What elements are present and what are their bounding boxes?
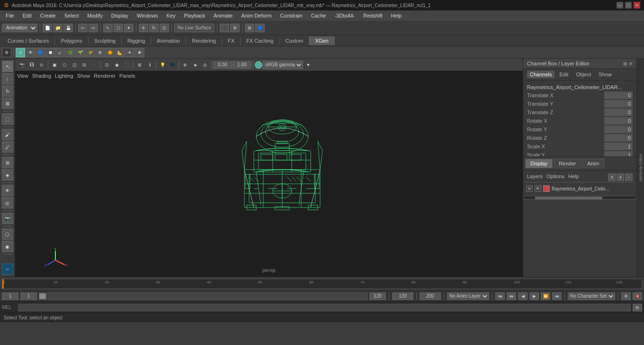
translate-y-value[interactable] [604,100,633,108]
marquee-select[interactable]: ⬚ [2,113,13,125]
edit-tab[interactable]: Edit [556,71,571,78]
render-tab-btn[interactable]: Render [554,159,581,168]
step-forward-button[interactable]: ⏩ [541,292,550,300]
xgen-icon-12[interactable]: ✦ [125,48,134,57]
paint-tool-button[interactable]: ✦ [124,24,134,32]
open-file-button[interactable]: 📁 [53,24,63,32]
render-button[interactable]: 🎥 [220,24,229,32]
vp-select-camera[interactable]: 📷 [17,60,27,70]
scale-button[interactable]: ⊠ [2,98,13,109]
vp-lighting-mode[interactable]: 💡 [158,60,167,70]
play-forward-button[interactable]: ▶ [529,292,539,300]
scale-y-value[interactable] [604,151,633,156]
rotate-x-value[interactable] [604,117,633,125]
xgen-icon-5[interactable]: ↙ [55,48,65,57]
vp-snap-surface[interactable]: ◎ [200,60,210,70]
frame-current-input[interactable] [2,292,18,300]
select-mode-button[interactable]: ↖ [2,61,13,72]
vp-menu-lighting[interactable]: Lighting [55,73,73,79]
xgen-icon-6[interactable]: 🌿 [65,48,75,57]
channels-tab[interactable]: Channels [527,71,555,78]
vp-vertex-mode[interactable]: · [89,60,99,70]
rotate-tool-button[interactable]: ↻ [149,24,159,32]
menu-windows[interactable]: Windows [133,12,162,19]
vp-flat[interactable]: ⬛ [122,60,132,70]
rotate-button[interactable]: ↻ [2,85,13,97]
soft-mod[interactable]: ◉ [2,241,13,252]
char-set-select[interactable]: No Character Set [568,292,615,300]
timeline-ruler[interactable]: 1 10 20 30 40 50 60 70 80 90 100 110 120 [2,279,642,289]
vp-wireframe[interactable]: ⊡ [102,60,112,70]
move-tool-button[interactable]: ✛ [139,24,148,32]
step-back-button[interactable]: ⏭ [507,292,516,300]
layers-help-tab[interactable]: Help [568,173,579,181]
vp-camera-attrs[interactable]: 🎞 [27,60,36,70]
tab-xgen[interactable]: XGen [309,36,334,45]
tab-sculpting[interactable]: Sculpting [89,36,122,45]
scale-x-value[interactable] [604,143,633,150]
command-input[interactable] [18,304,631,311]
timeline-slider-thumb[interactable] [39,293,46,299]
menu-display[interactable]: Display [107,12,132,19]
vp-menu-show[interactable]: Show [77,73,90,79]
menu-animate[interactable]: Animate [210,12,236,19]
panel-close-button[interactable]: ✕ [629,61,633,66]
menu-key[interactable]: Key [162,12,179,19]
vp-menu-panels[interactable]: Panels [119,73,135,79]
xgen-icon-3[interactable]: 🔵 [36,48,45,57]
tab-rigging[interactable]: Rigging [122,36,151,45]
playback-fps-input[interactable] [420,292,441,300]
frame-start-input[interactable] [20,292,37,300]
transport-extra-btn[interactable]: 🔇 [633,292,642,300]
scale-tool-button[interactable]: ⊡ [160,24,169,32]
render-region[interactable]: 📷 [2,213,13,224]
display-tab-btn[interactable]: Display [525,159,553,168]
select-tool-button[interactable]: ↖ [103,24,113,32]
vp-shadow[interactable]: 🌑 [168,60,177,70]
snap-button[interactable]: 🔵 [255,24,265,32]
coord-y-input[interactable]: 1.00 [233,61,251,69]
select-by-component[interactable]: ⬡ [2,228,13,240]
translate-x-value[interactable] [604,91,633,99]
vp-settings-icon[interactable]: ▼ [304,60,313,70]
tab-fx-caching[interactable]: FX Caching [241,36,279,45]
menu-playback[interactable]: Playback [180,12,209,19]
panel-expand-button[interactable]: ⊞ [623,61,627,66]
tab-custom[interactable]: Custom [280,36,310,45]
isolate-button[interactable]: ◎ [2,197,13,209]
menu-redshift[interactable]: Redshift [359,12,386,19]
vp-snap-point[interactable]: ◈ [190,60,200,70]
timeline-scrubber[interactable] [2,279,4,289]
layers-tab-item[interactable]: Layers [527,173,543,181]
vp-menu-shading[interactable]: Shading [32,73,51,79]
command-enter-button[interactable]: ⊞ [633,304,642,311]
tab-animation[interactable]: Animation [151,36,186,45]
timeline-slider[interactable] [39,292,367,300]
snap-to-point[interactable]: ◈ [2,169,13,181]
menu-file[interactable]: File [2,12,18,19]
anim-layer-select[interactable]: No Anim Layer [447,292,489,300]
translate-z-value[interactable] [604,109,633,116]
xgen-icon-1[interactable]: X [16,48,25,57]
transport-settings-btn[interactable]: ⚙ [621,292,631,300]
vp-heads-up[interactable]: ℹ [145,60,154,70]
menu-create[interactable]: Create [36,12,60,19]
menu-constrain[interactable]: Constrain [277,12,306,19]
show-tab[interactable]: Show [596,71,615,78]
vp-menu-view[interactable]: View [17,73,28,79]
close-button[interactable]: ✕ [634,2,640,9]
layer-up-button[interactable]: ⬆ [608,173,616,181]
object-tab[interactable]: Object [573,71,594,78]
menu-help[interactable]: Help [387,12,406,19]
vp-smooth[interactable]: ◉ [112,60,122,70]
xgen-icon-10[interactable]: 🔶 [105,48,115,57]
vp-edge-mode[interactable]: ⊟ [80,60,89,70]
playback-end-input[interactable] [392,292,413,300]
grid-button[interactable]: ⊞ [245,24,254,32]
paint-weights[interactable]: 🖌 [2,129,13,140]
xgen-icon-9[interactable]: ⚙ [95,48,105,57]
xgen-icon-8[interactable]: 🌾 [85,48,95,57]
xgen-icon-7[interactable]: 🌱 [75,48,85,57]
tab-fx[interactable]: FX [222,36,241,45]
minimize-button[interactable]: — [617,2,623,9]
